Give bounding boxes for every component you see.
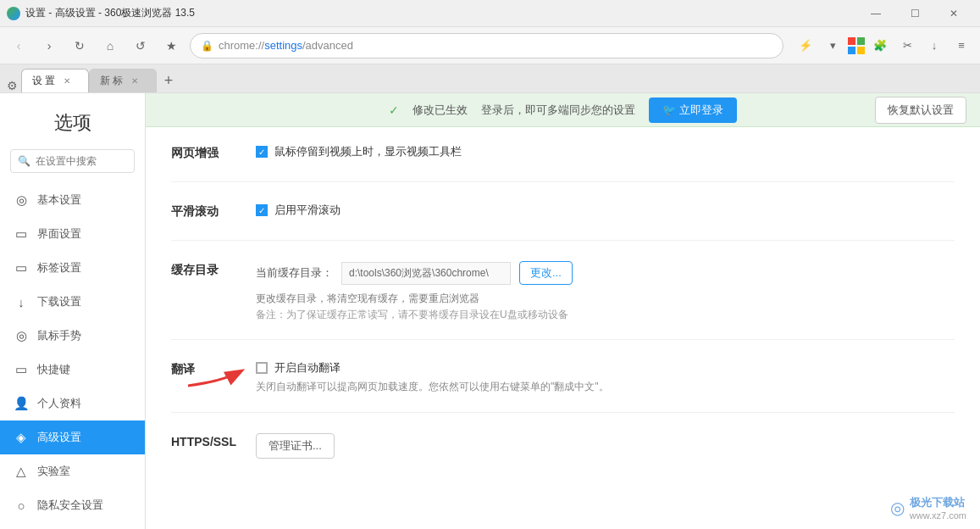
nav-bar: ‹ › ↻ ⌂ ↺ ★ 🔒 chrome://settings/advanced… — [0, 27, 980, 64]
search-icon: 🔍 — [18, 155, 30, 167]
puzzle-button[interactable]: 🧩 — [868, 34, 892, 58]
sidebar-item-mouse[interactable]: ◎ 鼠标手势 — [0, 319, 145, 353]
translation-row: 翻译 开启自动翻译 — [171, 360, 955, 413]
forward-button[interactable]: › — [37, 34, 61, 58]
sidebar-item-interface-label: 界面设置 — [37, 226, 81, 242]
restore-button[interactable]: ☐ — [895, 0, 934, 27]
title-bar: 设置 - 高级设置 - 360极速浏览器 13.5 — ☐ ✕ — [0, 0, 980, 27]
tab-bar: ⚙ 设 置 ✕ 新 标 ✕ + — [0, 64, 980, 93]
settings-content: 网页增强 ✓ 鼠标停留到视频上时，显示视频工具栏 平滑滚动 ✓ — [146, 127, 980, 513]
win-sq-blue — [848, 47, 855, 54]
cache-dir-controls: 当前缓存目录： d:\tools\360浏览器\360chrome\ 更改...… — [256, 261, 955, 322]
web-enhance-label: 网页增强 — [171, 144, 256, 161]
https-label: HTTPS/SSL — [171, 433, 256, 448]
gear-icon: ⚙ — [3, 79, 21, 92]
enable-smooth-checkbox[interactable]: ✓ — [256, 204, 268, 216]
login-bird-icon: 🐦 — [662, 103, 676, 116]
change-cache-button[interactable]: 更改... — [519, 261, 573, 285]
window-title: 设置 - 高级设置 - 360极速浏览器 13.5 — [25, 6, 195, 20]
advanced-icon: ◈ — [14, 430, 29, 445]
sidebar-item-basic[interactable]: ◎ 基本设置 — [0, 183, 145, 217]
sidebar-item-privacy-label: 隐私安全设置 — [37, 498, 103, 513]
cache-dir-label: 缓存目录 — [171, 261, 256, 278]
web-enhance-row: 网页增强 ✓ 鼠标停留到视频上时，显示视频工具栏 — [171, 144, 955, 182]
new-tab-close[interactable]: ✕ — [131, 76, 138, 86]
win-sq-yellow — [857, 47, 865, 54]
minimize-button[interactable]: — — [856, 0, 895, 27]
nav-right-buttons: ⚡ ▾ 🧩 ✂ ↓ ≡ — [794, 34, 973, 58]
cache-path-value: d:\tools\360浏览器\360chrome\ — [341, 262, 511, 285]
sidebar-item-advanced-label: 高级设置 — [37, 430, 81, 445]
back-page-button[interactable]: ↺ — [129, 34, 152, 58]
auto-translate-row: 开启自动翻译 — [256, 360, 955, 376]
watermark: ◎ 极光下载站 www.xz7.com — [890, 495, 966, 521]
current-cache-label: 当前缓存目录： — [256, 265, 333, 281]
title-bar-left: 设置 - 高级设置 - 360极速浏览器 13.5 — [7, 6, 195, 20]
download-button[interactable]: ↓ — [922, 34, 946, 58]
watermark-icon: ◎ — [890, 498, 905, 518]
sidebar-title: 选项 — [0, 102, 145, 149]
new-tab-label: 新 标 — [100, 74, 123, 88]
sidebar-item-shortcut[interactable]: ▭ 快捷键 — [0, 353, 145, 387]
login-button[interactable]: 🐦 立即登录 — [649, 97, 737, 123]
menu-button[interactable]: ≡ — [950, 34, 973, 58]
restore-button[interactable]: 恢复默认设置 — [875, 97, 966, 124]
video-toolbar-label: 鼠标停留到视频上时，显示视频工具栏 — [274, 144, 462, 159]
manage-cert-button[interactable]: 管理证书... — [256, 433, 335, 459]
windows-icon-button[interactable] — [848, 37, 865, 54]
lightning-button[interactable]: ⚡ — [794, 34, 817, 58]
sidebar-item-interface[interactable]: ▭ 界面设置 — [0, 217, 145, 251]
search-input[interactable] — [36, 155, 127, 167]
scissors-button[interactable]: ✂ — [895, 34, 919, 58]
watermark-url: www.xz7.com — [910, 510, 966, 521]
search-box[interactable]: 🔍 — [10, 149, 135, 173]
https-controls: 管理证书... — [256, 433, 955, 459]
refresh-button[interactable]: ↻ — [68, 34, 91, 58]
sidebar-item-tab[interactable]: ▭ 标签设置 — [0, 251, 145, 285]
dropdown-button[interactable]: ▾ — [821, 34, 844, 58]
close-button[interactable]: ✕ — [934, 0, 973, 27]
video-toolbar-checkbox[interactable]: ✓ — [256, 146, 268, 158]
watermark-text-block: 极光下载站 www.xz7.com — [910, 495, 966, 521]
sidebar-item-shortcut-label: 快捷键 — [37, 362, 70, 377]
login-label: 立即登录 — [679, 103, 723, 118]
tab-icon: ▭ — [14, 260, 29, 276]
smooth-scroll-controls: ✓ 启用平滑滚动 — [256, 203, 955, 223]
smooth-scroll-row: 平滑滚动 ✓ 启用平滑滚动 — [171, 203, 955, 241]
watermark-site: 极光下载站 — [910, 495, 966, 510]
translation-sub-text: 关闭自动翻译可以提高网页加载速度。您依然可以使用右键菜单的"翻成中文"。 — [256, 379, 955, 395]
win-sq-green — [857, 37, 865, 45]
star-button[interactable]: ★ — [159, 34, 183, 58]
add-tab-button[interactable]: + — [157, 69, 180, 92]
interface-icon: ▭ — [14, 226, 29, 242]
video-toolbar-row: ✓ 鼠标停留到视频上时，显示视频工具栏 — [256, 144, 955, 159]
sync-text: 登录后，即可多端同步您的设置 — [481, 103, 635, 118]
https-row: HTTPS/SSL 管理证书... — [171, 433, 955, 476]
cache-dir-row: 缓存目录 当前缓存目录： d:\tools\360浏览器\360chrome\ … — [171, 261, 955, 340]
sidebar-item-adfilter[interactable]: ○ 广告过滤 — [0, 522, 145, 529]
profile-icon: 👤 — [14, 396, 29, 411]
translation-controls: 开启自动翻译 关闭自动翻译可以提高网页加载速度。您依然可以使用右键菜单的"翻成中… — [256, 360, 955, 395]
sidebar-item-profile[interactable]: 👤 个人资料 — [0, 387, 145, 420]
notification-bar: ✓ 修改已生效 登录后，即可多端同步您的设置 🐦 立即登录 恢复默认设置 — [146, 93, 980, 127]
sidebar-item-tab-label: 标签设置 — [37, 260, 81, 276]
web-enhance-controls: ✓ 鼠标停留到视频上时，显示视频工具栏 — [256, 144, 955, 164]
settings-tab[interactable]: 设 置 ✕ — [21, 69, 89, 92]
address-text: chrome://settings/advanced — [219, 39, 772, 52]
shortcut-icon: ▭ — [14, 362, 29, 377]
smooth-check-mark: ✓ — [258, 206, 265, 215]
translation-label: 翻译 — [171, 360, 256, 377]
sidebar-item-download[interactable]: ↓ 下载设置 — [0, 285, 145, 319]
auto-translate-checkbox[interactable] — [256, 362, 268, 374]
win-sq-red — [848, 37, 855, 45]
address-bar[interactable]: 🔒 chrome://settings/advanced — [190, 33, 783, 58]
back-button[interactable]: ‹ — [7, 34, 30, 58]
lock-icon: 🔒 — [201, 40, 213, 52]
settings-tab-close[interactable]: ✕ — [64, 76, 70, 86]
mouse-icon: ◎ — [14, 328, 29, 343]
sidebar-item-privacy[interactable]: ○ 隐私安全设置 — [0, 488, 145, 522]
new-tab[interactable]: 新 标 ✕ — [89, 69, 157, 92]
home-button[interactable]: ⌂ — [98, 34, 122, 58]
sidebar-item-lab[interactable]: △ 实验室 — [0, 454, 145, 488]
sidebar-item-advanced[interactable]: ◈ 高级设置 — [0, 420, 145, 454]
